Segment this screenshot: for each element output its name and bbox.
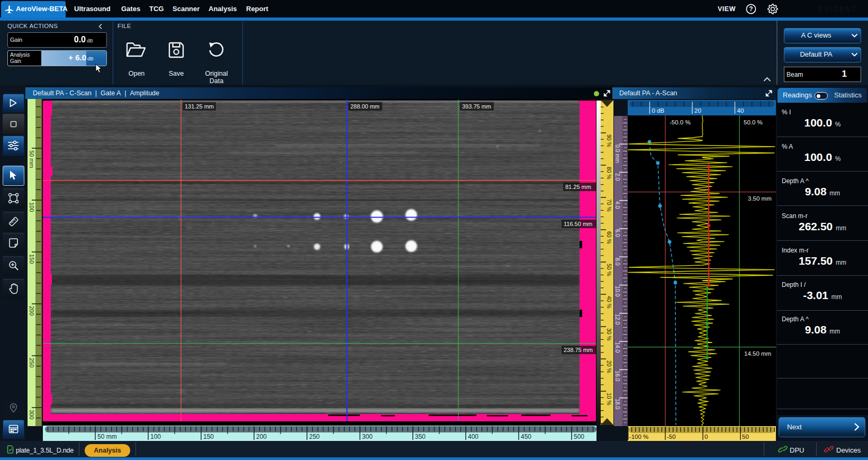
svg-text:50 mm: 50 mm (97, 433, 117, 440)
svg-text:18.0: 18.0 (614, 399, 621, 410)
svg-text:300: 300 (29, 410, 35, 419)
svg-text:131.25 mm: 131.25 mm (185, 103, 214, 110)
svg-text:81.25 mm: 81.25 mm (565, 184, 591, 190)
svg-text:200: 200 (256, 433, 267, 440)
svg-text:250: 250 (29, 358, 35, 367)
svg-text:116.50 mm: 116.50 mm (564, 221, 592, 227)
svg-text:10 %: 10 % (606, 393, 612, 405)
svg-text:50 %: 50 % (606, 264, 612, 276)
svg-text:6.0: 6.0 (614, 229, 621, 237)
svg-text:350: 350 (415, 433, 426, 440)
svg-text:70 %: 70 % (606, 199, 612, 212)
svg-text:-100 %: -100 % (629, 434, 648, 440)
svg-text:50 mm: 50 mm (29, 150, 35, 168)
svg-text:20: 20 (694, 107, 701, 114)
svg-text:80 %: 80 % (606, 167, 612, 179)
svg-text:400: 400 (468, 433, 478, 440)
svg-text:3.50 mm: 3.50 mm (748, 195, 772, 202)
svg-text:12.0: 12.0 (614, 314, 621, 325)
svg-text:450: 450 (521, 433, 531, 440)
svg-text:14.50 mm: 14.50 mm (744, 350, 771, 357)
svg-text:-50.0 %: -50.0 % (670, 119, 691, 125)
svg-text:40 %: 40 % (606, 296, 612, 309)
svg-text:150: 150 (203, 433, 214, 440)
svg-text:30 %: 30 % (606, 328, 612, 341)
svg-text:16.0: 16.0 (614, 371, 621, 382)
svg-text:0: 0 (704, 434, 708, 440)
svg-text:300: 300 (362, 433, 373, 440)
svg-text:250: 250 (309, 433, 320, 440)
svg-text:393.75 mm: 393.75 mm (462, 103, 491, 110)
svg-text:50.0 %: 50.0 % (744, 119, 763, 125)
svg-text:150: 150 (29, 254, 35, 264)
svg-text:60 %: 60 % (606, 231, 612, 244)
svg-text:100: 100 (29, 202, 35, 212)
svg-text:14.0: 14.0 (614, 342, 621, 353)
svg-text:4.0: 4.0 (614, 201, 621, 209)
svg-text:50: 50 (742, 434, 749, 440)
svg-text:288.00 mm: 288.00 mm (350, 103, 379, 110)
svg-text:40: 40 (737, 107, 744, 114)
svg-text:90 %: 90 % (606, 134, 612, 147)
svg-text:8.0: 8.0 (614, 258, 621, 266)
svg-text:100: 100 (150, 433, 161, 440)
svg-text:?: ? (749, 5, 753, 13)
svg-text:238.75 mm: 238.75 mm (564, 347, 593, 353)
svg-text:2.0: 2.0 (614, 173, 621, 181)
svg-text:10.0: 10.0 (614, 286, 621, 297)
svg-text:500: 500 (574, 433, 584, 440)
svg-text:-50: -50 (667, 434, 676, 440)
svg-text:0 dB: 0 dB (652, 107, 665, 114)
svg-text:20 %: 20 % (606, 360, 612, 373)
svg-text:0.0 mm: 0.0 mm (614, 145, 621, 163)
svg-text:200: 200 (29, 306, 35, 315)
